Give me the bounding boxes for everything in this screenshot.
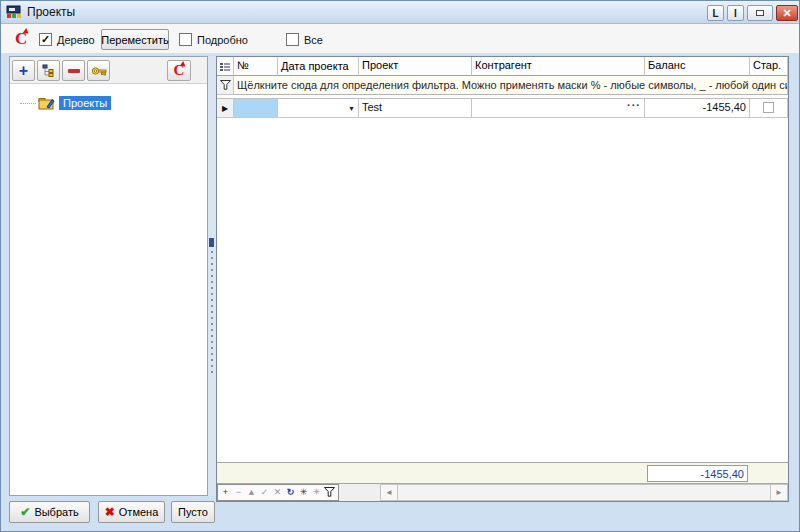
nav-post-button[interactable]: ✓: [258, 488, 271, 497]
cell-date[interactable]: ▼: [278, 99, 359, 118]
column-header-number[interactable]: №: [234, 57, 278, 76]
grid-header-row: № Дата проекта Проект Контрагент Баланс …: [217, 57, 788, 76]
tree-toolbar: + C: [10, 57, 207, 84]
nav-funnel-icon: [324, 487, 335, 497]
check-icon: ✔: [20, 505, 30, 519]
folder-edit-icon: [38, 97, 55, 110]
nav-add-button[interactable]: +: [219, 488, 232, 497]
cell-number[interactable]: [234, 99, 278, 118]
column-header-contragent[interactable]: Контрагент: [472, 57, 645, 76]
panel-splitter[interactable]: [208, 56, 216, 496]
tree-checkbox-label: Дерево: [57, 34, 95, 46]
all-checkbox[interactable]: [286, 33, 299, 46]
cell-contragent[interactable]: ···: [472, 99, 645, 118]
row-arrow-icon: ▶: [222, 104, 228, 113]
tree-refresh-button[interactable]: C: [167, 60, 191, 81]
current-row-indicator: ▶: [217, 99, 234, 118]
scroll-right-button[interactable]: ►: [770, 485, 787, 500]
empty-button[interactable]: Пусто: [171, 501, 215, 523]
tree-item-label: Проекты: [59, 96, 111, 110]
tree-key-button[interactable]: [87, 60, 110, 81]
projects-grid: № Дата проекта Проект Контрагент Баланс …: [216, 56, 789, 502]
db-navigator: + − ▲ ✓ ✕ ↻ ✳ ✳: [217, 484, 339, 501]
tree-add-button[interactable]: +: [12, 60, 35, 81]
tree-panel: + C: [9, 56, 208, 496]
cell-project[interactable]: Test: [359, 99, 472, 118]
nav-filter-button[interactable]: [323, 487, 336, 499]
balance-total: -1455,40: [647, 465, 748, 482]
grid-menu-icon: [220, 62, 230, 71]
window-title: Проекты: [27, 5, 75, 19]
detail-checkbox[interactable]: [179, 33, 192, 46]
close-button[interactable]: ✕: [776, 5, 798, 21]
nav-new-child-button[interactable]: ✳: [310, 488, 323, 497]
nav-delete-button[interactable]: −: [232, 488, 245, 497]
column-header-date[interactable]: Дата проекта: [278, 57, 359, 76]
column-header-balance[interactable]: Баланс: [645, 57, 750, 76]
empty-button-label: Пусто: [178, 506, 208, 518]
move-button[interactable]: Переместить: [101, 29, 169, 50]
refresh-icon[interactable]: C: [15, 30, 27, 47]
app-icon: [6, 5, 22, 19]
cancel-button-label: Отмена: [119, 506, 158, 518]
key-icon: [91, 66, 107, 76]
splitter-grip-icon[interactable]: [209, 238, 214, 247]
detail-checkbox-label: Подробно: [197, 34, 248, 46]
minus-icon: [68, 69, 80, 73]
filter-hint-text: Щёлкните сюда для определения фильтра. М…: [234, 76, 788, 95]
scroll-left-button[interactable]: ◄: [381, 485, 398, 500]
cell-old[interactable]: [750, 99, 788, 118]
grid-filter-row[interactable]: Щёлкните сюда для определения фильтра. М…: [217, 76, 788, 95]
layout-button[interactable]: L: [707, 5, 724, 21]
tree-refresh-icon: C: [174, 63, 185, 78]
titlebar[interactable]: Проекты: [1, 1, 799, 24]
nav-new-button[interactable]: ✳: [297, 488, 310, 497]
horizontal-scrollbar[interactable]: ◄ ►: [380, 484, 788, 501]
old-checkbox[interactable]: [763, 102, 774, 113]
grid-footer: -1455,40: [217, 462, 788, 484]
cross-icon: ✖: [105, 505, 115, 519]
nav-cancel-button[interactable]: ✕: [271, 488, 284, 497]
tree-add-child-button[interactable]: [37, 60, 60, 81]
column-header-project[interactable]: Проект: [359, 57, 472, 76]
maximize-icon: [756, 10, 764, 16]
grid-indicator-header: [217, 57, 234, 76]
projects-dialog-window: Проекты L I ✕ C ✓ Дерево Переместить Под…: [0, 0, 800, 532]
select-button[interactable]: ✔ Выбрать: [9, 501, 90, 523]
all-checkbox-label: Все: [304, 34, 323, 46]
nav-refresh-button[interactable]: ↻: [284, 488, 297, 497]
column-header-old[interactable]: Стар.: [750, 57, 788, 76]
grid-bottom-bar: + − ▲ ✓ ✕ ↻ ✳ ✳ ◄ ►: [217, 484, 788, 501]
grid-data-row: ▶ ▼ Test ··· -1455,40: [217, 99, 788, 118]
tree-connector: [20, 103, 36, 104]
maximize-button[interactable]: [747, 5, 773, 21]
hierarchy-icon: [42, 64, 56, 77]
tree-view: Проекты: [10, 96, 207, 110]
filter-funnel-icon: [220, 80, 231, 90]
select-button-label: Выбрать: [34, 506, 78, 518]
ellipsis-button[interactable]: ···: [627, 101, 641, 110]
top-toolbar: C ✓ Дерево Переместить Подробно Все: [1, 24, 799, 54]
nav-edit-button[interactable]: ▲: [245, 488, 258, 497]
tree-item-projects[interactable]: Проекты: [20, 96, 207, 110]
tree-delete-button[interactable]: [62, 60, 85, 81]
cancel-button[interactable]: ✖ Отмена: [98, 501, 165, 523]
dropdown-arrow-icon[interactable]: ▼: [348, 105, 355, 112]
cell-balance[interactable]: -1455,40: [645, 99, 750, 118]
inplace-button[interactable]: I: [727, 5, 744, 21]
splitter-dots: [211, 251, 213, 376]
plus-icon: +: [19, 63, 28, 79]
filter-indicator-cell: [217, 76, 234, 95]
tree-checkbox[interactable]: ✓: [39, 33, 52, 46]
